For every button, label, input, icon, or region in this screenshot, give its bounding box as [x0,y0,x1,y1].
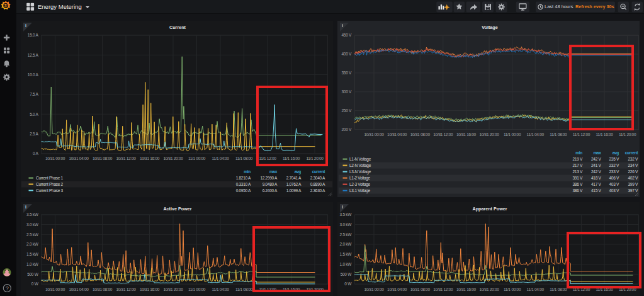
svg-text:0.8890 A: 0.8890 A [310,182,325,186]
svg-text:max: max [269,169,278,174]
svg-text:avg: avg [295,169,302,174]
svg-text:10/31 08:00: 10/31 08:00 [410,287,431,292]
svg-text:10/31 00:00: 10/31 00:00 [45,156,65,161]
svg-text:2.0 kW: 2.0 kW [340,242,353,246]
svg-text:11/1 00:00: 11/1 00:00 [504,132,521,137]
svg-text:11/1 04:00: 11/1 04:00 [527,287,545,292]
svg-text:241 V: 241 V [591,163,601,168]
svg-text:0 A: 0 A [33,151,38,156]
svg-text:7.5 A: 7.5 A [30,92,38,96]
svg-text:415 V: 415 V [591,188,601,193]
svg-text:10/31 00:00: 10/31 00:00 [364,132,384,137]
svg-text:10/31 12:00: 10/31 12:00 [433,287,453,292]
svg-text:219 V: 219 V [573,157,583,161]
svg-text:10/31 12:00: 10/31 12:00 [116,156,136,161]
svg-text:min: min [575,151,582,155]
svg-text:min: min [244,169,251,174]
svg-text:11/1 12:00: 11/1 12:00 [573,132,590,137]
svg-text:2.7041 A: 2.7041 A [286,176,302,180]
svg-text:Current Phase 3: Current Phase 3 [36,188,64,193]
svg-text:232 V: 232 V [609,163,619,168]
svg-text:Voltage: Voltage [482,25,497,30]
svg-text:402 V: 402 V [628,176,638,180]
svg-text:11/1 00:00: 11/1 00:00 [188,287,206,292]
svg-text:11/1 00:00: 11/1 00:00 [504,287,521,292]
svg-text:10/31 20:00: 10/31 20:00 [479,287,499,292]
svg-text:5.0 A: 5.0 A [30,112,38,117]
svg-text:11/1 16:00: 11/1 16:00 [596,132,613,137]
svg-text:11/1 08:00: 11/1 08:00 [550,132,567,137]
svg-text:2.0 kW: 2.0 kW [26,242,39,246]
svg-text:300 V: 300 V [342,89,352,94]
svg-text:406 V: 406 V [609,176,619,180]
svg-text:399 V: 399 V [628,182,638,186]
svg-text:L1-N Voltage: L1-N Voltage [349,157,371,162]
svg-text:10/31 00:00: 10/31 00:00 [364,287,384,292]
svg-text:1.0762 A: 1.0762 A [286,182,302,186]
svg-text:235 V: 235 V [609,157,619,161]
svg-text:0 W: 0 W [344,282,352,286]
svg-text:2.5 A: 2.5 A [30,132,38,136]
svg-text:1.0099 A: 1.0099 A [286,188,302,193]
svg-text:2.3040 A: 2.3040 A [310,176,325,180]
svg-text:9.0480 A: 9.0480 A [263,182,278,186]
svg-text:Current: Current [169,25,186,30]
svg-text:10/31 16:00: 10/31 16:00 [456,132,477,137]
svg-text:213 V: 213 V [573,169,583,174]
svg-text:2.3630 A: 2.3630 A [310,188,325,193]
svg-text:403 V: 403 V [609,188,619,193]
svg-text:current: current [312,169,325,174]
svg-text:Active Power: Active Power [163,206,191,212]
svg-text:226 V: 226 V [628,169,638,174]
svg-text:1.5 kW: 1.5 kW [340,252,353,256]
svg-text:233 V: 233 V [609,169,619,174]
svg-text:10/31 16:00: 10/31 16:00 [140,287,160,292]
svg-text:L3-1 Voltage: L3-1 Voltage [349,188,371,193]
svg-text:386 V: 386 V [573,188,583,193]
svg-text:10/31 08:00: 10/31 08:00 [93,287,113,292]
svg-text:350 V: 350 V [342,71,352,75]
svg-text:10/31 20:00: 10/31 20:00 [163,156,183,161]
svg-text:11/1 04:00: 11/1 04:00 [212,156,229,161]
svg-text:avg: avg [613,151,619,156]
svg-text:3.0 kW: 3.0 kW [26,222,39,227]
svg-text:1.0 kW: 1.0 kW [26,262,39,266]
svg-text:11/1 04:00: 11/1 04:00 [212,287,229,292]
svg-text:386 V: 386 V [573,182,583,186]
svg-text:10/31 12:00: 10/31 12:00 [433,132,453,137]
svg-text:10/31 04:00: 10/31 04:00 [387,132,407,137]
svg-text:3.5 kW: 3.5 kW [26,212,39,217]
svg-text:10/31 04:00: 10/31 04:00 [387,287,407,292]
svg-text:12.2990 A: 12.2990 A [260,176,278,180]
svg-text:2.5 kW: 2.5 kW [26,232,39,237]
svg-text:?: ? [6,285,9,292]
svg-text:3.0 kW: 3.0 kW [340,222,353,227]
svg-text:11/1 08:00: 11/1 08:00 [235,156,253,161]
svg-text:500 W: 500 W [341,272,352,276]
svg-text:417 V: 417 V [591,182,601,186]
svg-text:2.5 kW: 2.5 kW [340,232,353,237]
svg-text:200 V: 200 V [342,127,352,132]
svg-text:234 V: 234 V [628,163,638,168]
svg-text:10.0 A: 10.0 A [28,72,39,77]
svg-text:12.5 A: 12.5 A [28,53,39,57]
svg-text:Current Phase 2: Current Phase 2 [36,182,64,186]
svg-text:Apparent Power: Apparent Power [472,206,507,212]
svg-text:10/31 08:00: 10/31 08:00 [93,156,113,161]
svg-text:L1-2 Voltage: L1-2 Voltage [349,176,371,181]
svg-text:450 V: 450 V [342,33,352,37]
svg-text:250 V: 250 V [342,108,352,113]
svg-text:11/1 08:00: 11/1 08:00 [550,287,567,292]
svg-text:397 V: 397 V [628,188,638,193]
svg-text:10/31 04:00: 10/31 04:00 [69,287,89,292]
svg-text:232 V: 232 V [628,157,638,161]
svg-text:1.8210 A: 1.8210 A [236,176,251,180]
svg-text:1.0 kW: 1.0 kW [340,262,353,266]
svg-text:11/1 04:00: 11/1 04:00 [527,132,545,137]
svg-text:6.2400 A: 6.2400 A [263,188,278,193]
svg-text:400 V: 400 V [342,52,352,56]
svg-text:Current Phase 1: Current Phase 1 [36,176,64,180]
svg-text:0 W: 0 W [31,282,39,286]
svg-text:current: current [625,151,638,155]
svg-text:418 V: 418 V [591,176,601,180]
